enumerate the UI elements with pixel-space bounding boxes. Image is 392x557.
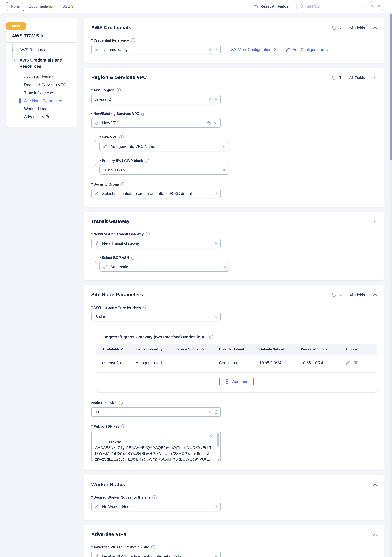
section-site-node-parameters: Site Node Parameters Reset All Fields * … [84,285,384,470]
reset-all-fields-button[interactable]: Reset All Fields [253,4,289,8]
node-disk-size-input[interactable]: 80 ✕ [91,407,221,417]
pencil-icon [286,47,290,52]
reference-icon [95,47,99,52]
field-transit-gateway: * New/Existing Transit Gatewayi New Tran… [91,232,377,248]
services-vpc-select[interactable]: New VPC [91,118,221,128]
section-advertise-vips: Advertise VIPs * Advertise VIPs to Inter… [84,525,384,557]
info-icon[interactable]: i [131,38,135,42]
info-icon[interactable]: i [152,495,157,500]
collapse-chevron-icon[interactable] [373,483,377,486]
branch-icon [95,120,99,125]
credential-reference-value: system/aws-sy [102,47,205,52]
sidebar-item-aws-credentials[interactable]: AWS Credentials [11,73,72,81]
security-group-value: Select this option to create and attach … [102,191,212,196]
cell-inside-subnet-type: Autogenerated [136,360,177,365]
info-icon[interactable]: i [119,135,123,139]
field-label-text: * Primary IPv4 CIDR block [99,159,143,163]
branch-icon [103,144,108,149]
sidebar-item-aws-resources[interactable]: AWS Resources [11,48,72,52]
edit-row-icon[interactable] [345,360,350,365]
nodes-table-header-row: Availability Z... Inside Subnet Ty... In… [96,344,377,354]
info-icon[interactable]: i [117,88,121,92]
bgp-asn-select[interactable]: Automatic [99,262,229,271]
clear-icon[interactable]: ✕ [214,315,217,319]
sidebar-item-advertise-vips[interactable]: Advertise VIPs [11,113,72,121]
info-icon[interactable]: i [119,401,123,405]
sidebar-item-worker-nodes[interactable]: Worker Nodes [11,105,72,113]
info-icon[interactable]: i [209,335,213,339]
field-aws-region: * AWS Regioni us-east-2 ✕ [91,88,377,104]
collapse-chevron-icon[interactable] [373,294,377,296]
info-icon[interactable]: i [121,182,125,186]
field-label-text: * AWS Region [91,88,114,92]
public-ssh-key-textarea[interactable]: ssh-rsa AAAAB3NzaC1yc2EAAAABJQAAAQB/nAmO… [91,431,221,462]
add-item-button[interactable]: Add Item [219,377,254,386]
section-transit-gateway: Transit Gateway * New/Existing Transit G… [84,212,384,280]
aws-region-select[interactable]: us-east-2 ✕ [91,95,221,104]
section-reset-label: Reset All Fields [339,75,365,80]
info-icon[interactable]: i [151,545,155,549]
search-next-icon[interactable] [371,5,374,7]
branch-icon [103,264,108,269]
search-clear-icon[interactable]: ✕ [378,5,381,8]
section-title: Transit Gateway [91,219,130,224]
search-input[interactable] [306,4,358,8]
public-ssh-key-value: ssh-rsa AAAAB3NzaC1yc2EAAAABJQAAAQB/nAmO… [95,440,211,462]
eye-icon [231,48,236,51]
tab-form[interactable]: Form [7,2,24,11]
column-header: Inside Subnet Ty... [136,347,177,351]
transit-gateway-select[interactable]: New Transit Gateway [91,238,221,248]
field-primary-ipv4-cidr: * Primary IPv4 CIDR blocki 10.65.0.0/16 … [99,159,377,175]
tab-documentation[interactable]: Documentation [24,2,59,11]
sidebar-item-aws-credentials-and-resources[interactable]: AWS Credentials and Resources [11,57,72,69]
desired-worker-nodes-value: No Worker Nodes [102,504,212,509]
sidebar-item-site-node-parameters[interactable]: Site Node Parameters [11,97,72,105]
primary-ipv4-cidr-input[interactable]: 10.65.0.0/16 ✕ [99,165,229,175]
column-header: Actions [345,347,371,351]
clear-icon[interactable]: ✕ [209,410,212,414]
tab-json[interactable]: JSON [59,2,78,11]
info-icon[interactable]: i [121,424,126,428]
page-scrollbar-thumb[interactable] [390,14,392,161]
info-icon[interactable]: i [146,232,150,236]
advertise-vips-select[interactable]: Disable VIP Advertisement to Internet on… [91,552,221,557]
collapse-chevron-icon[interactable] [373,76,377,79]
clear-icon[interactable]: ✕ [208,48,211,51]
clear-icon[interactable]: ✕ [209,434,212,438]
collapse-chevron-icon[interactable] [373,26,377,29]
credential-reference-select[interactable]: system/aws-sy ✕ [91,45,221,54]
section-reset-fields-button[interactable]: Reset All Fields [332,293,365,297]
section-title: Advertise VIPs [91,532,126,537]
branch-icon [95,554,99,557]
new-vpc-select[interactable]: Autogenerate VPC Name [99,142,229,151]
section-reset-fields-button[interactable]: Reset All Fields [332,25,365,30]
desired-worker-nodes-select[interactable]: No Worker Nodes [91,502,221,511]
info-icon[interactable]: i [145,159,149,163]
info-icon[interactable]: i [131,256,135,260]
delete-row-icon[interactable] [354,360,358,365]
sidebar-item-transit-gateway[interactable]: Transit Gateway [11,89,72,97]
sidebar-item-region-services-vpc[interactable]: Region & Services VPC [11,81,72,89]
section-reset-fields-button[interactable]: Reset All Fields [332,75,365,80]
node-disk-size-value: 80 [95,410,206,414]
clear-icon[interactable]: ✕ [223,168,226,172]
aws-instance-type-input[interactable]: t3.xlarge ✕ [91,312,221,321]
number-stepper[interactable] [215,410,217,414]
undo-icon[interactable] [207,121,211,125]
collapse-chevron-icon[interactable] [373,533,377,536]
collapse-chevron-icon[interactable] [373,220,377,223]
info-icon[interactable]: i [141,112,145,116]
clear-icon[interactable]: ✕ [208,97,211,101]
edit-configuration-label: Edit Configuration [293,47,324,52]
info-icon[interactable]: i [143,305,147,310]
advertise-vips-value: Disable VIP Advertisement to Internet on… [102,554,212,557]
edit-configuration-link[interactable]: Edit Configuration [286,47,328,52]
search-prev-icon[interactable] [364,5,368,7]
cell-outside-subnet-value: 10.65.2.0/24 [259,360,301,365]
view-configuration-link[interactable]: View Configuration [231,47,276,52]
resize-handle-icon[interactable] [217,458,220,461]
field-services-vpc: * New/Existing Services VPCi New VPC [91,112,377,128]
textarea-scrollbar[interactable] [217,433,219,447]
security-group-select[interactable]: Select this option to create and attach … [91,189,221,198]
nodes-table-row: us-east-2a Autogenerated Configured 10.6… [96,354,377,372]
